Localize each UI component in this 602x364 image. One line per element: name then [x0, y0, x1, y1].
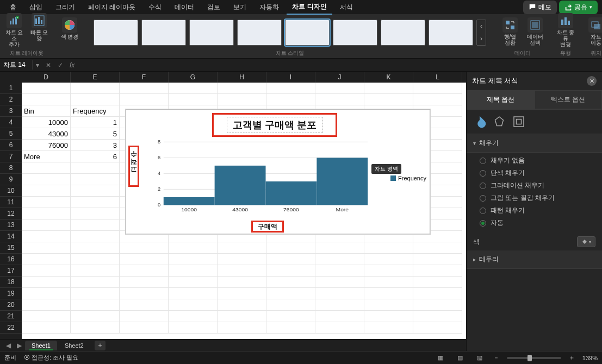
tab-automate[interactable]: 자동화: [254, 1, 284, 14]
cell[interactable]: [169, 83, 218, 94]
sheet-nav-next[interactable]: ▶: [14, 342, 24, 349]
col-header-L[interactable]: L: [413, 72, 462, 83]
cell[interactable]: [364, 322, 413, 334]
cell[interactable]: [315, 277, 364, 288]
cell[interactable]: [120, 83, 169, 94]
cell[interactable]: [364, 288, 413, 299]
cell[interactable]: [169, 265, 218, 277]
cell[interactable]: [364, 265, 413, 277]
cell[interactable]: [315, 322, 364, 334]
tab-review[interactable]: 검토: [202, 1, 226, 14]
chart-style-4[interactable]: [237, 20, 282, 46]
cell[interactable]: [413, 299, 462, 311]
cell[interactable]: [266, 242, 315, 254]
chevron-left-icon[interactable]: ‹: [477, 20, 486, 33]
cell[interactable]: [71, 231, 120, 242]
cell-E3[interactable]: Frequency: [71, 105, 120, 117]
cell[interactable]: [22, 185, 71, 197]
panel-close-button[interactable]: ✕: [587, 76, 597, 86]
row-header-10[interactable]: 10: [0, 185, 22, 197]
cell-E5[interactable]: 5: [71, 128, 120, 140]
col-header-E[interactable]: E: [71, 72, 120, 83]
row-header-18[interactable]: 18: [0, 277, 22, 288]
cell[interactable]: [22, 128, 71, 140]
row-header-20[interactable]: 20: [0, 299, 22, 311]
cell[interactable]: [71, 208, 120, 219]
cell[interactable]: [169, 277, 218, 288]
quick-layout-button[interactable]: 빠른 모양: [28, 12, 50, 42]
change-colors-button[interactable]: 색 변경: [59, 16, 80, 41]
panel-tab-text-options[interactable]: 텍스트 옵션: [535, 90, 603, 109]
row-header-13[interactable]: 13: [0, 219, 22, 231]
row-header-14[interactable]: 14: [0, 231, 22, 242]
col-header-J[interactable]: J: [315, 72, 364, 83]
cell[interactable]: [120, 265, 169, 277]
worksheet-area[interactable]: D E F G H I J K L 1234567891011121314151…: [0, 72, 466, 351]
cell[interactable]: [71, 254, 120, 265]
row-header-21[interactable]: 21: [0, 311, 22, 322]
cell[interactable]: [315, 288, 364, 299]
cell[interactable]: [120, 299, 169, 311]
tab-formulas[interactable]: 수식: [143, 1, 167, 14]
zoom-in-button[interactable]: ＋: [569, 354, 575, 362]
cell[interactable]: [22, 151, 71, 162]
cell-E4[interactable]: 1: [71, 117, 120, 128]
row-header-9[interactable]: 9: [0, 174, 22, 185]
cell[interactable]: [364, 254, 413, 265]
cell[interactable]: [120, 288, 169, 299]
cell[interactable]: [315, 311, 364, 322]
cell[interactable]: [22, 117, 71, 128]
zoom-level[interactable]: 139%: [582, 355, 598, 361]
radio-solid-fill[interactable]: 단색 채우기: [480, 168, 595, 178]
cell[interactable]: [71, 242, 120, 254]
cell[interactable]: [413, 265, 462, 277]
cell[interactable]: [22, 174, 71, 185]
cell[interactable]: [22, 299, 71, 311]
cell[interactable]: [364, 277, 413, 288]
cell[interactable]: [22, 231, 71, 242]
cell[interactable]: [71, 288, 120, 299]
cell[interactable]: [71, 83, 120, 94]
cell[interactable]: [413, 288, 462, 299]
cell[interactable]: [71, 174, 120, 185]
cell[interactable]: [266, 94, 315, 105]
cell[interactable]: [315, 254, 364, 265]
cell[interactable]: [266, 311, 315, 322]
cell[interactable]: [71, 322, 120, 334]
chart-plot-area[interactable]: 02468100004300076000More: [153, 140, 370, 214]
select-data-button[interactable]: 데이터 선택: [524, 16, 546, 47]
cell[interactable]: [71, 94, 120, 105]
cell[interactable]: [315, 299, 364, 311]
name-box[interactable]: 차트 14: [0, 60, 33, 70]
cell[interactable]: [169, 299, 218, 311]
cell[interactable]: [120, 94, 169, 105]
cell[interactable]: [315, 265, 364, 277]
chart-style-6[interactable]: [333, 20, 377, 46]
cell[interactable]: [315, 242, 364, 254]
cell[interactable]: [218, 322, 266, 334]
cell[interactable]: [120, 311, 169, 322]
chart-style-5[interactable]: [285, 20, 330, 46]
chevron-right-icon[interactable]: ›: [477, 33, 486, 45]
switch-row-col-button[interactable]: 행/열 전환: [499, 16, 521, 47]
tab-page-layout[interactable]: 페이지 레이아웃: [83, 1, 141, 14]
cell[interactable]: [71, 311, 120, 322]
col-header-K[interactable]: K: [364, 72, 413, 83]
col-header-I[interactable]: I: [266, 72, 315, 83]
cell[interactable]: [364, 83, 413, 94]
row-header-5[interactable]: 5: [0, 128, 22, 140]
cell[interactable]: [71, 299, 120, 311]
radio-auto-fill[interactable]: 자동: [480, 218, 595, 228]
row-header-4[interactable]: 4: [0, 117, 22, 128]
fx-icon[interactable]: fx: [66, 61, 78, 69]
radio-gradient-fill[interactable]: 그라데이션 채우기: [480, 181, 595, 190]
col-header-G[interactable]: G: [169, 72, 218, 83]
cell-E6[interactable]: 3: [71, 140, 120, 151]
panel-tab-title-options[interactable]: 제목 옵션: [467, 90, 535, 109]
cell[interactable]: [71, 185, 120, 197]
cell[interactable]: [364, 311, 413, 322]
sheet-tab-2[interactable]: Sheet2: [58, 341, 90, 350]
row-header-7[interactable]: 7: [0, 151, 22, 162]
cell[interactable]: [218, 299, 266, 311]
enter-icon[interactable]: ✓: [54, 61, 66, 69]
